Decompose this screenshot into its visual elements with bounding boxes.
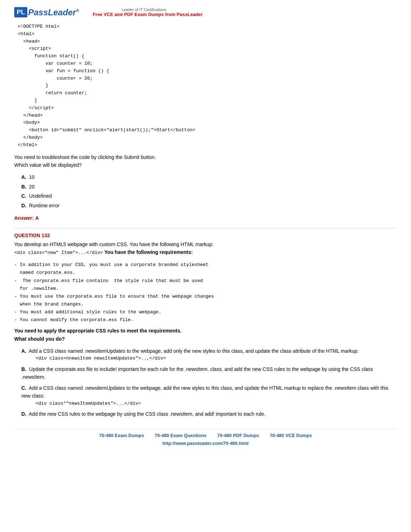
q131-instruction: You need to troubleshoot the code by cli… xyxy=(14,153,397,169)
code-line-8: counter = 20; xyxy=(18,75,397,83)
code-line-16: </body> xyxy=(18,134,397,142)
req-line-8: - You cannot modify the corporate.ess fi… xyxy=(14,316,397,324)
req-line-3: - The corporate.ess file contains the st… xyxy=(14,277,397,285)
code-line-10: return counter; xyxy=(18,90,397,97)
req-line-4: for .newsItem. xyxy=(14,285,397,293)
option-b: B. 20 xyxy=(21,183,397,191)
q132-option-d: D. Add the new CSS rules to the webpage … xyxy=(21,410,397,418)
req-line-5: - You must use the corporate.ess file to… xyxy=(14,293,397,300)
code-block: <!DOCTYPE html> <html> <head> <script> f… xyxy=(14,23,397,149)
page-header: PL PassLeader® Leader of IT Certificatio… xyxy=(14,7,397,17)
footer-link-vce-dumps[interactable]: 70-480 VCE Dumps xyxy=(270,433,312,438)
q132-intro: You develop an HTML5 webpage with custom… xyxy=(14,240,397,257)
q132-option-b: B. Update the corporate.ess file to incl… xyxy=(21,365,397,381)
req-line-6: when the brand changes. xyxy=(14,300,397,308)
code-line-17: </html> xyxy=(18,142,397,149)
header-subtitle-area: Leader of IT Certifications Free VCE and… xyxy=(86,7,203,17)
option-c: C. Undefined xyxy=(21,192,397,200)
code-line-12: </script> xyxy=(18,105,397,112)
divider xyxy=(14,228,397,228)
footer-link-pdf-dumps[interactable]: 70-480 PDF Dumps xyxy=(217,433,259,438)
footer-link-exam-dumps[interactable]: 70-480 Exam Dumps xyxy=(99,433,144,438)
footer-links: 70-480 Exam Dumps 70-480 Exam Questions … xyxy=(14,433,397,438)
code-line-2: <html> xyxy=(18,31,397,38)
q131-answer: Answer: A xyxy=(14,215,397,221)
footer-link-exam-questions[interactable]: 70-480 Exam Questions xyxy=(155,433,207,438)
free-vce-text: Free VCE and PDF Exam Dumps from PassLea… xyxy=(93,12,203,17)
code-line-15: <button id="submit" onclick="alert(start… xyxy=(18,127,397,134)
code-line-14: <body> xyxy=(18,119,397,127)
q132-option-a-sub: <div class=nnewsItem newsItemUpdates">..… xyxy=(36,355,397,362)
code-line-6: var counter = 10; xyxy=(18,60,397,68)
code-line-4: <script> xyxy=(18,45,397,53)
logo-passleader: PassLeader® xyxy=(28,7,79,17)
option-d: D. Runtime error xyxy=(21,202,397,209)
q132-markup: <div class="new" Item">...</div> xyxy=(14,250,103,255)
logo-pl-text: PL xyxy=(17,9,25,16)
code-line-5: function start() { xyxy=(18,53,397,60)
q132-option-c-sub: <div class*"newsItemUpdates">...</div> xyxy=(36,400,397,408)
q132-final-instructions: You need to apply the appropriate CSS ru… xyxy=(14,327,397,343)
code-line-13: </head> xyxy=(18,112,397,119)
code-line-1: <!DOCTYPE html> xyxy=(18,23,397,31)
logo-box: PL xyxy=(14,7,27,17)
q132-options: A. Add a CSS class named .newsItemUpdate… xyxy=(21,347,397,418)
q132-option-a: A. Add a CSS class named .newsItemUpdate… xyxy=(21,347,397,362)
option-a: A. 10 xyxy=(21,173,397,181)
code-line-7: var fun = function () { xyxy=(18,68,397,75)
req-line-2: named corporate.ess. xyxy=(14,269,397,277)
req-line-7: - You must add additional style rules to… xyxy=(14,308,397,316)
req-line-1: - In addition to your CSS, you must use … xyxy=(14,261,397,269)
q131-options: A. 10 B. 20 C. Undefined D. Runtime erro… xyxy=(21,173,397,209)
q132-header: QUESTION 132 xyxy=(14,233,397,238)
page-footer: 70-480 Exam Dumps 70-480 Exam Questions … xyxy=(14,429,397,446)
footer-url: http://www.passleader.com/70-480.html xyxy=(14,440,397,446)
code-line-9: } xyxy=(18,82,397,90)
code-line-11: } xyxy=(18,97,397,105)
code-line-3: <head> xyxy=(18,38,397,46)
leader-subtitle: Leader of IT Certifications xyxy=(86,7,203,12)
q132-requirements: - In addition to your CSS, you must use … xyxy=(14,261,397,324)
q132-option-c: C. Add a CSS class named .newsitemUpdate… xyxy=(21,384,397,408)
